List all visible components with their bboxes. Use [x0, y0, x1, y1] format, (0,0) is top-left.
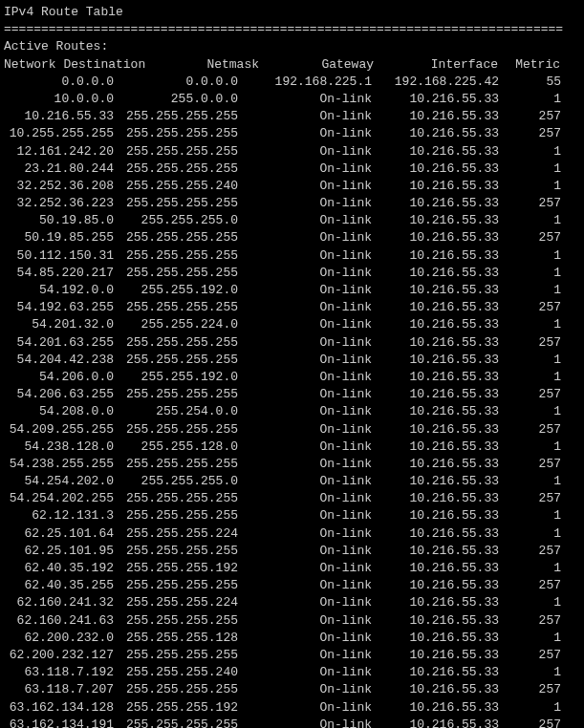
cell-destination: 54.192.0.0 [4, 282, 114, 299]
cell-interface: 10.216.55.33 [372, 265, 499, 282]
header-metric: Metric [498, 56, 560, 74]
cell-destination: 54.254.202.0 [4, 473, 114, 490]
cell-netmask: 255.255.255.255 [114, 229, 238, 246]
cell-gateway: On-link [238, 195, 372, 212]
cell-interface: 10.216.55.33 [372, 178, 499, 195]
cell-destination: 32.252.36.208 [4, 178, 114, 195]
table-row: 62.25.101.64255.255.255.224On-link10.216… [4, 525, 580, 543]
cell-interface: 10.216.55.33 [372, 456, 499, 473]
cell-interface: 10.216.55.33 [372, 699, 499, 717]
table-row: 54.254.202.255255.255.255.255On-link10.2… [4, 490, 580, 507]
table-row: 50.19.85.0255.255.255.0On-link10.216.55.… [4, 212, 580, 229]
table-row: 12.161.242.20255.255.255.255On-link10.21… [4, 143, 580, 161]
cell-interface: 10.216.55.33 [372, 664, 499, 681]
table-row: 54.238.255.255255.255.255.255On-link10.2… [4, 456, 580, 473]
cell-interface: 10.216.55.33 [372, 212, 499, 229]
cell-netmask: 255.255.255.0 [114, 473, 238, 490]
cell-destination: 54.204.42.238 [4, 352, 114, 369]
cell-interface: 10.216.55.33 [372, 543, 499, 560]
cell-gateway: On-link [238, 577, 372, 594]
cell-metric: 1 [499, 560, 561, 577]
cell-gateway: On-link [238, 143, 372, 161]
cell-destination: 63.162.134.191 [4, 717, 114, 728]
cell-metric: 257 [499, 717, 561, 728]
cell-interface: 10.216.55.33 [372, 108, 499, 125]
cell-interface: 10.216.55.33 [372, 386, 499, 403]
table-row: 62.25.101.95255.255.255.255On-link10.216… [4, 543, 580, 560]
cell-destination: 62.200.232.127 [4, 647, 114, 664]
cell-metric: 257 [499, 681, 561, 698]
table-row: 63.162.134.191255.255.255.255On-link10.2… [4, 717, 580, 728]
cell-interface: 10.216.55.33 [372, 577, 499, 594]
table-row: 32.252.36.223255.255.255.255On-link10.21… [4, 195, 580, 212]
cell-gateway: On-link [238, 91, 372, 108]
table-row: 32.252.36.208255.255.255.240On-link10.21… [4, 178, 580, 195]
cell-interface: 10.216.55.33 [372, 421, 499, 439]
cell-netmask: 255.255.255.255 [114, 143, 238, 161]
cell-gateway: On-link [238, 681, 372, 698]
table-row: 54.206.63.255255.255.255.255On-link10.21… [4, 386, 580, 403]
route-table-title: IPv4 Route Table [4, 4, 580, 21]
cell-interface: 10.216.55.33 [372, 316, 499, 333]
cell-netmask: 255.255.255.255 [114, 507, 238, 525]
cell-netmask: 255.255.192.0 [114, 282, 238, 299]
cell-metric: 257 [499, 299, 561, 316]
header-netmask: Netmask [142, 56, 259, 74]
cell-interface: 10.216.55.33 [372, 143, 499, 161]
cell-interface: 10.216.55.33 [372, 334, 499, 352]
cell-interface: 10.216.55.33 [372, 681, 499, 698]
cell-metric: 1 [499, 403, 561, 420]
header-interface: Interface [374, 56, 498, 74]
cell-metric: 257 [499, 108, 561, 125]
cell-metric: 257 [499, 456, 561, 473]
table-row: 54.192.63.255255.255.255.255On-link10.21… [4, 299, 580, 316]
cell-interface: 10.216.55.33 [372, 647, 499, 664]
cell-destination: 10.216.55.33 [4, 108, 114, 125]
cell-interface: 10.216.55.33 [372, 247, 499, 265]
cell-netmask: 255.255.255.255 [114, 195, 238, 212]
cell-interface: 10.216.55.33 [372, 282, 499, 299]
cell-netmask: 255.255.255.192 [114, 560, 238, 577]
table-row: 10.0.0.0255.0.0.0On-link10.216.55.331 [4, 91, 580, 108]
cell-metric: 1 [499, 664, 561, 681]
cell-destination: 54.201.32.0 [4, 316, 114, 333]
cell-netmask: 255.255.128.0 [114, 439, 238, 456]
cell-metric: 1 [499, 316, 561, 333]
cell-metric: 55 [499, 74, 561, 91]
cell-gateway: On-link [238, 525, 372, 543]
table-row: 54.192.0.0255.255.192.0On-link10.216.55.… [4, 282, 580, 299]
cell-gateway: On-link [238, 490, 372, 507]
cell-destination: 54.238.128.0 [4, 439, 114, 456]
cell-gateway: On-link [238, 612, 372, 630]
cell-gateway: On-link [238, 299, 372, 316]
cell-gateway: On-link [238, 229, 372, 246]
table-row: 62.40.35.255255.255.255.255On-link10.216… [4, 577, 580, 594]
cell-gateway: On-link [238, 421, 372, 439]
cell-netmask: 255.255.255.255 [114, 247, 238, 265]
cell-gateway: On-link [238, 594, 372, 611]
cell-metric: 1 [499, 699, 561, 717]
cell-destination: 54.238.255.255 [4, 456, 114, 473]
cell-destination: 54.254.202.255 [4, 490, 114, 507]
cell-gateway: On-link [238, 369, 372, 386]
cell-metric: 257 [499, 421, 561, 439]
cell-metric: 1 [499, 525, 561, 543]
cell-destination: 54.85.220.217 [4, 265, 114, 282]
cell-gateway: On-link [238, 456, 372, 473]
cell-destination: 50.19.85.255 [4, 229, 114, 246]
cell-netmask: 255.255.192.0 [114, 369, 238, 386]
cell-metric: 1 [499, 178, 561, 195]
cell-destination: 54.206.63.255 [4, 386, 114, 403]
cell-gateway: On-link [238, 664, 372, 681]
cell-gateway: On-link [238, 247, 372, 265]
cell-interface: 10.216.55.33 [372, 594, 499, 611]
cell-destination: 62.12.131.3 [4, 507, 114, 525]
cell-destination: 54.206.0.0 [4, 369, 114, 386]
cell-gateway: On-link [238, 560, 372, 577]
cell-metric: 1 [499, 143, 561, 161]
cell-destination: 54.209.255.255 [4, 421, 114, 439]
cell-gateway: On-link [238, 334, 372, 352]
cell-netmask: 255.255.255.255 [114, 543, 238, 560]
cell-destination: 62.25.101.95 [4, 543, 114, 560]
cell-gateway: 192.168.225.1 [238, 74, 372, 91]
